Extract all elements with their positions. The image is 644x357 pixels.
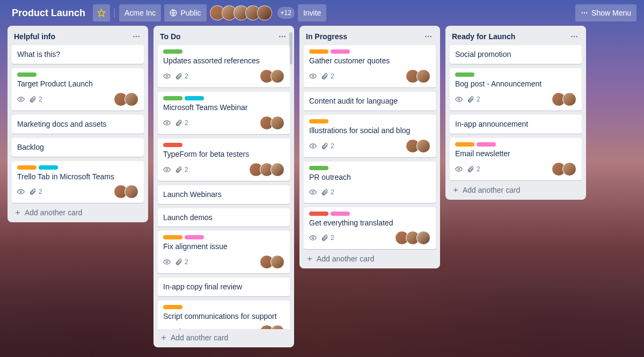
- label-green[interactable]: [455, 72, 474, 77]
- card-badges-row: 2: [163, 69, 284, 83]
- board-canvas[interactable]: Helpful infoWhat is this?Target Product …: [0, 24, 644, 355]
- label-pink[interactable]: [331, 49, 350, 54]
- card-title: PR outreach: [309, 172, 430, 183]
- add-card-button[interactable]: Add another card: [445, 181, 586, 200]
- extra-members-count[interactable]: +12: [277, 7, 295, 19]
- list-title[interactable]: Helpful info: [14, 32, 130, 41]
- card[interactable]: Launch Webinars: [158, 185, 290, 204]
- card[interactable]: In-app copy final review: [158, 278, 290, 296]
- card-badges: 2: [455, 165, 480, 173]
- card[interactable]: Bog post - Announcement2: [450, 68, 582, 111]
- label-orange[interactable]: [17, 165, 36, 170]
- attachments-count: 2: [331, 234, 334, 242]
- card[interactable]: Updates assorted references2: [158, 45, 290, 88]
- avatar[interactable]: [270, 325, 284, 329]
- add-card-button[interactable]: Add another card: [153, 329, 294, 347]
- attachments-count: 2: [331, 72, 334, 80]
- card[interactable]: Microsoft Teams Webinar2: [158, 92, 290, 134]
- label-pink[interactable]: [185, 235, 204, 239]
- label-blue[interactable]: [185, 96, 204, 100]
- board-name[interactable]: Product Launch: [8, 5, 90, 21]
- label-orange[interactable]: [455, 142, 474, 147]
- svg-point-15: [166, 75, 168, 77]
- avatar[interactable]: [270, 69, 284, 83]
- avatar[interactable]: [416, 69, 430, 83]
- card-badges-row: 2: [17, 92, 138, 106]
- card[interactable]: Backlog: [12, 138, 144, 157]
- card[interactable]: Email newsletter2: [450, 138, 582, 180]
- card[interactable]: Trello Tab in Microsoft Teams2: [12, 161, 144, 203]
- card[interactable]: In-app announcement: [450, 115, 582, 134]
- label-red[interactable]: [309, 212, 328, 216]
- show-menu-button[interactable]: Show Menu: [575, 4, 636, 21]
- plus-icon: [160, 334, 167, 341]
- list-helpful-info[interactable]: Helpful infoWhat is this?Target Product …: [8, 26, 148, 222]
- list-to-do[interactable]: To DoUpdates assorted references2Microso…: [153, 26, 294, 347]
- label-orange[interactable]: [163, 305, 182, 309]
- card[interactable]: Get everything translated2: [304, 207, 436, 250]
- avatar[interactable]: [416, 139, 430, 153]
- avatar[interactable]: [257, 5, 272, 20]
- svg-point-27: [312, 191, 314, 193]
- list-menu-button[interactable]: [276, 31, 289, 42]
- avatar[interactable]: [125, 185, 138, 199]
- card[interactable]: Launch demos: [158, 208, 290, 227]
- card[interactable]: Social promotion: [450, 45, 582, 64]
- avatar[interactable]: [270, 163, 284, 177]
- label-green[interactable]: [17, 72, 36, 77]
- list-in-progress[interactable]: In ProgressGather customer quotes2Conten…: [299, 26, 440, 268]
- card[interactable]: Fix alignment issue2: [158, 231, 290, 273]
- label-pink[interactable]: [477, 142, 496, 147]
- list-menu-button[interactable]: [568, 31, 581, 42]
- add-card-button[interactable]: Add another card: [8, 204, 148, 222]
- list-title[interactable]: In Progress: [306, 32, 422, 41]
- add-card-button[interactable]: Add another card: [299, 250, 440, 268]
- card[interactable]: Target Product Launch2: [12, 68, 144, 111]
- avatar[interactable]: [270, 255, 284, 269]
- paperclip-icon: [175, 258, 182, 266]
- avatar[interactable]: [562, 162, 576, 176]
- svg-point-7: [138, 36, 140, 38]
- label-green[interactable]: [163, 49, 182, 54]
- label-green[interactable]: [163, 96, 182, 100]
- label-pink[interactable]: [331, 212, 350, 216]
- card[interactable]: TypeForm for beta testers2: [158, 139, 290, 181]
- list-menu-button[interactable]: [422, 31, 435, 42]
- visibility-button[interactable]: Public: [164, 4, 206, 21]
- list-title[interactable]: Ready for Launch: [452, 32, 568, 41]
- label-orange[interactable]: [163, 235, 182, 239]
- card[interactable]: Content audit for language: [304, 92, 436, 111]
- list-menu-button[interactable]: [130, 31, 143, 42]
- card-badges: 2: [163, 72, 188, 80]
- card-title: Marketing docs and assets: [17, 119, 138, 129]
- attachments-count: 2: [39, 188, 42, 195]
- card[interactable]: PR outreach2: [304, 162, 436, 203]
- card[interactable]: Gather customer quotes2: [304, 45, 436, 88]
- card-badges-row: 2: [309, 186, 430, 199]
- avatar[interactable]: [125, 92, 138, 106]
- avatar[interactable]: [270, 116, 284, 130]
- label-orange[interactable]: [309, 119, 328, 123]
- label-orange[interactable]: [309, 49, 328, 54]
- paperclip-icon: [175, 328, 182, 329]
- card[interactable]: What is this?: [12, 45, 144, 64]
- card[interactable]: Script communications for support2: [158, 301, 290, 329]
- svg-marker-0: [98, 9, 105, 16]
- invite-button[interactable]: Invite: [298, 4, 326, 21]
- card-badges-row: 2: [163, 163, 284, 177]
- star-button[interactable]: [93, 4, 110, 21]
- svg-point-34: [458, 98, 460, 100]
- card-title: In-app announcement: [455, 119, 576, 129]
- eye-icon: [163, 258, 171, 266]
- label-blue[interactable]: [39, 165, 58, 170]
- label-red[interactable]: [163, 143, 182, 147]
- board-members[interactable]: [210, 5, 272, 20]
- team-button[interactable]: Acme Inc: [119, 4, 161, 21]
- avatar[interactable]: [562, 92, 576, 106]
- card[interactable]: Marketing docs and assets: [12, 115, 144, 134]
- list-title[interactable]: To Do: [160, 32, 276, 41]
- label-green[interactable]: [309, 166, 328, 170]
- card[interactable]: Illustrations for social and blog2: [304, 115, 436, 157]
- list-ready-for-launch[interactable]: Ready for LaunchSocial promotionBog post…: [445, 26, 586, 200]
- avatar[interactable]: [416, 231, 430, 245]
